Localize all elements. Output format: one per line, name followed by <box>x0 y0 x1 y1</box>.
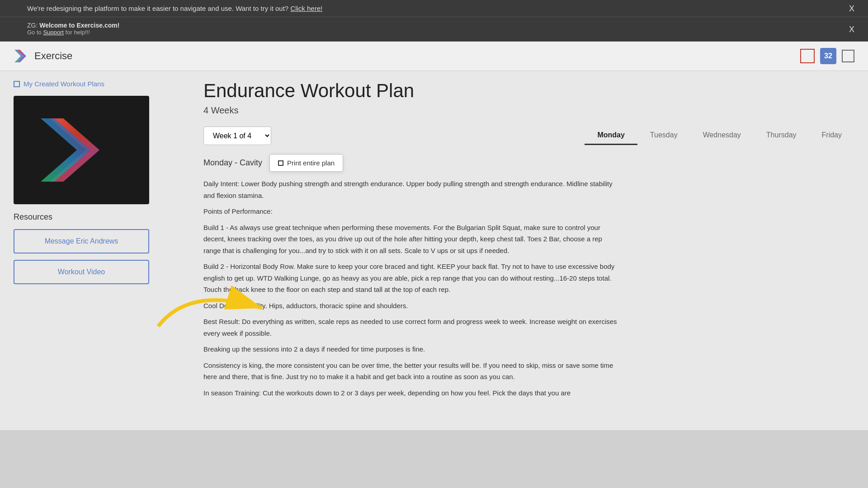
main-content: Endurance Workout Plan 4 Weeks Week 1 of… <box>203 80 854 403</box>
breadcrumb-icon <box>14 81 20 87</box>
workout-image <box>14 96 149 204</box>
resources-label: Resources <box>14 212 190 222</box>
logo-text: Exercise <box>34 50 72 62</box>
workout-image-svg <box>41 114 122 186</box>
tab-monday[interactable]: Monday <box>585 127 637 145</box>
support-prefix: Go to <box>27 29 42 36</box>
notification-close-2[interactable]: X <box>849 24 854 34</box>
tab-tuesday[interactable]: Tuesday <box>637 127 690 145</box>
notification-link-1[interactable]: Click here! <box>290 5 322 12</box>
workout-video-btn[interactable]: Workout Video <box>14 260 149 284</box>
day-header: Monday - Cavity Print entire plan <box>203 154 854 172</box>
content-p1: Daily Intent: Lower Body pushing strengt… <box>203 178 619 201</box>
content-p2: Points of Performance: <box>203 206 619 217</box>
notification-bar-1: We're redesigning the platform to make i… <box>0 0 868 17</box>
header-controls: 32 <box>800 48 854 64</box>
tab-friday[interactable]: Friday <box>809 127 854 145</box>
header-outline-btn[interactable] <box>842 50 854 62</box>
top-controls: Week 1 of 4 Monday Tuesday Wednesday Thu… <box>203 127 854 145</box>
week-selector[interactable]: Week 1 of 4 <box>203 127 271 145</box>
notification-close-1[interactable]: X <box>849 4 854 13</box>
content-p4: Build 2 - Horizontal Body Row. Make sure… <box>203 261 619 296</box>
tab-wednesday[interactable]: Wednesday <box>690 127 754 145</box>
welcome-line: ZG: Welcome to Exercise.com! <box>27 22 841 29</box>
welcome-bold: Welcome to Exercise.com! <box>39 22 119 29</box>
print-icon <box>278 160 283 166</box>
print-label: Print entire plan <box>287 159 335 167</box>
breadcrumb[interactable]: My Created Workout Plans <box>14 80 190 88</box>
print-entire-plan-btn[interactable]: Print entire plan <box>269 154 343 172</box>
notification-text-1: We're redesigning the platform to make i… <box>27 5 288 12</box>
header-badge-btn[interactable]: 32 <box>820 48 836 64</box>
content-p9: In season Training: Cut the workouts dow… <box>203 387 619 399</box>
message-eric-btn[interactable]: Message Eric Andrews <box>14 229 149 253</box>
app-header: Exercise 32 <box>0 42 868 71</box>
notification-bar-2: ZG: Welcome to Exercise.com! Go to Suppo… <box>0 17 868 42</box>
logo-area: Exercise <box>14 48 72 64</box>
plan-duration: 4 Weeks <box>203 105 854 116</box>
app-container: Exercise 32 My Created Workout Plans <box>0 42 868 430</box>
zg-prefix: ZG: <box>27 22 38 29</box>
content-p6: Best Result: Do everything as written, s… <box>203 316 619 339</box>
content-body: Daily Intent: Lower Body pushing strengt… <box>203 178 619 399</box>
logo-icon <box>14 48 30 64</box>
day-header-text: Monday - Cavity <box>203 158 262 168</box>
support-link[interactable]: Support <box>43 29 64 36</box>
content-p7: Breaking up the sessions into 2 a days i… <box>203 343 619 355</box>
svg-marker-1 <box>14 50 24 62</box>
content-p8: Consistency is king, the more consistent… <box>203 360 619 383</box>
support-line: Go to Support for help!!! <box>27 29 841 36</box>
plan-title: Endurance Workout Plan <box>203 80 854 102</box>
main-layout: My Created Workout Plans <box>0 71 868 412</box>
tab-thursday[interactable]: Thursday <box>754 127 809 145</box>
content-p5: Cool Down - Mobility. Hips, adductors, t… <box>203 300 619 312</box>
breadcrumb-label: My Created Workout Plans <box>24 80 104 88</box>
sidebar: My Created Workout Plans <box>14 80 190 403</box>
header-square-btn[interactable] <box>800 49 815 63</box>
support-suffix: for help!!! <box>66 29 90 36</box>
day-tabs: Monday Tuesday Wednesday Thursday Friday <box>585 127 854 145</box>
content-p3: Build 1 - As always use great technique … <box>203 222 619 257</box>
